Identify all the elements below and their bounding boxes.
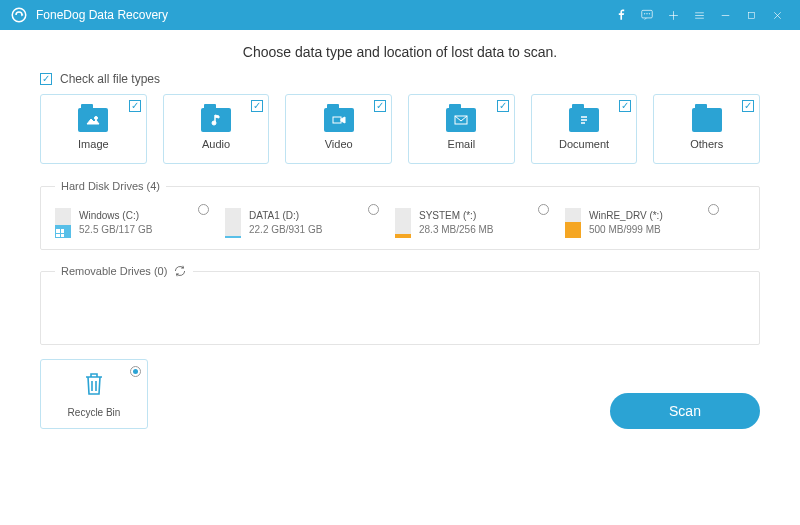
feedback-icon[interactable] xyxy=(634,0,660,30)
svg-point-9 xyxy=(212,121,216,125)
svg-marker-7 xyxy=(87,119,99,124)
type-document[interactable]: Document xyxy=(531,94,638,164)
trash-icon xyxy=(82,371,106,401)
windows-icon xyxy=(56,229,64,237)
drive-d-size: 22.2 GB/931 GB xyxy=(249,223,322,237)
others-icon xyxy=(692,108,722,132)
type-video-checkbox[interactable] xyxy=(374,100,386,112)
svg-point-4 xyxy=(647,14,648,15)
svg-point-0 xyxy=(12,8,26,22)
audio-icon xyxy=(201,108,231,132)
svg-point-5 xyxy=(649,14,650,15)
removable-body xyxy=(55,290,745,334)
file-type-row: Image Audio Video Email Document Others xyxy=(40,94,760,164)
recycle-bin-radio[interactable] xyxy=(130,366,141,377)
svg-point-8 xyxy=(95,117,98,120)
removable-legend-text: Removable Drives (0) xyxy=(61,265,167,277)
facebook-icon[interactable] xyxy=(608,0,634,30)
type-email[interactable]: Email xyxy=(408,94,515,164)
type-image-checkbox[interactable] xyxy=(129,100,141,112)
minimize-icon[interactable] xyxy=(712,0,738,30)
type-others-label: Others xyxy=(690,138,723,150)
drive-winre-size: 500 MB/999 MB xyxy=(589,223,663,237)
drive-system-radio[interactable] xyxy=(538,204,549,215)
image-icon xyxy=(78,108,108,132)
drive-c-radio[interactable] xyxy=(198,204,209,215)
drive-d[interactable]: DATA1 (D:) 22.2 GB/931 GB xyxy=(225,204,385,238)
drive-system-fill xyxy=(395,234,411,239)
svg-rect-10 xyxy=(333,117,341,123)
removable-group: Removable Drives (0) xyxy=(40,264,760,345)
drive-c-name: Windows (C:) xyxy=(79,209,152,223)
check-all-checkbox[interactable] xyxy=(40,73,52,85)
type-audio[interactable]: Audio xyxy=(163,94,270,164)
type-document-checkbox[interactable] xyxy=(619,100,631,112)
type-image[interactable]: Image xyxy=(40,94,147,164)
type-video[interactable]: Video xyxy=(285,94,392,164)
drive-d-fill xyxy=(225,236,241,238)
check-all-label: Check all file types xyxy=(60,72,160,86)
email-icon xyxy=(446,108,476,132)
type-email-checkbox[interactable] xyxy=(497,100,509,112)
app-title: FoneDog Data Recovery xyxy=(36,8,168,22)
drive-c[interactable]: Windows (C:) 52.5 GB/117 GB xyxy=(55,204,215,238)
type-image-label: Image xyxy=(78,138,109,150)
drive-d-name: DATA1 (D:) xyxy=(249,209,322,223)
svg-rect-6 xyxy=(748,12,754,18)
type-others[interactable]: Others xyxy=(653,94,760,164)
svg-marker-11 xyxy=(341,117,345,123)
check-all-row[interactable]: Check all file types xyxy=(40,72,760,86)
recycle-bin-label: Recycle Bin xyxy=(68,407,121,418)
hdd-legend: Hard Disk Drives (4) xyxy=(55,180,166,192)
video-icon xyxy=(324,108,354,132)
removable-legend: Removable Drives (0) xyxy=(55,264,193,278)
drive-system[interactable]: SYSTEM (*:) 28.3 MB/256 MB xyxy=(395,204,555,238)
recycle-bin-card[interactable]: Recycle Bin xyxy=(40,359,148,429)
type-video-label: Video xyxy=(325,138,353,150)
plus-icon[interactable] xyxy=(660,0,686,30)
maximize-icon[interactable] xyxy=(738,0,764,30)
drive-system-size: 28.3 MB/256 MB xyxy=(419,223,493,237)
scan-button[interactable]: Scan xyxy=(610,393,760,429)
type-document-label: Document xyxy=(559,138,609,150)
close-icon[interactable] xyxy=(764,0,790,30)
type-audio-checkbox[interactable] xyxy=(251,100,263,112)
document-icon xyxy=(569,108,599,132)
hdd-group: Hard Disk Drives (4) Windows (C:) 52.5 G… xyxy=(40,180,760,250)
drive-system-name: SYSTEM (*:) xyxy=(419,209,493,223)
drive-winre-name: WinRE_DRV (*:) xyxy=(589,209,663,223)
titlebar: FoneDog Data Recovery xyxy=(0,0,800,30)
type-email-label: Email xyxy=(448,138,476,150)
menu-icon[interactable] xyxy=(686,0,712,30)
drive-winre-fill xyxy=(565,222,581,238)
app-logo-icon xyxy=(10,6,28,24)
drive-winre[interactable]: WinRE_DRV (*:) 500 MB/999 MB xyxy=(565,204,725,238)
drive-c-size: 52.5 GB/117 GB xyxy=(79,223,152,237)
type-audio-label: Audio xyxy=(202,138,230,150)
drive-d-radio[interactable] xyxy=(368,204,379,215)
type-others-checkbox[interactable] xyxy=(742,100,754,112)
page-heading: Choose data type and location of lost da… xyxy=(40,44,760,60)
svg-point-3 xyxy=(644,14,645,15)
refresh-icon[interactable] xyxy=(173,264,187,278)
drive-winre-radio[interactable] xyxy=(708,204,719,215)
